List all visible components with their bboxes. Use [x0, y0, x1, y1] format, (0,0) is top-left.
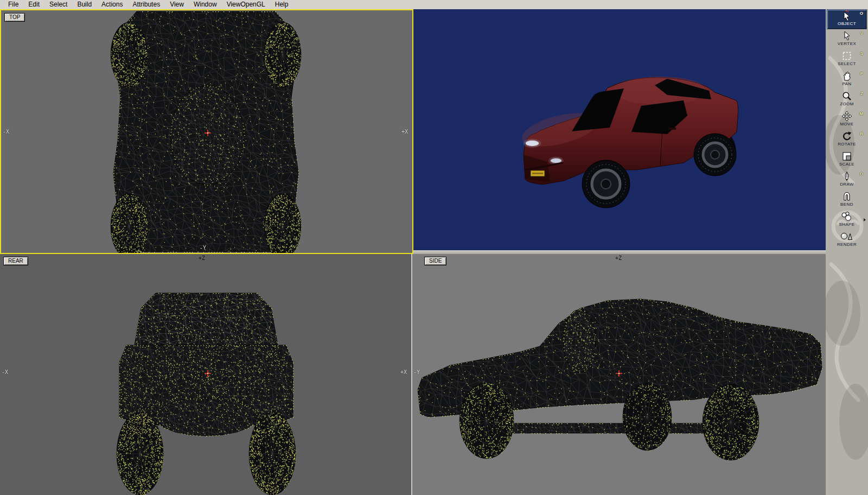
menu-select[interactable]: Select: [44, 0, 72, 9]
tool-vertex-label: VERTEX: [838, 41, 856, 46]
car-3d-preview: [413, 9, 826, 250]
tool-pan-label: PAN: [842, 81, 851, 86]
move-arrows-icon: [841, 111, 852, 122]
menu-file[interactable]: File: [3, 0, 23, 9]
menu-actions[interactable]: Actions: [97, 0, 127, 9]
hand-icon: [841, 71, 852, 81]
viewport-top-label-button[interactable]: TOP: [4, 13, 25, 22]
tool-move-label: MOVE: [840, 122, 853, 126]
magnifier-icon: [841, 91, 852, 101]
spheres-icon: [841, 211, 853, 222]
tool-shape[interactable]: SHAPE: [827, 211, 866, 230]
tool-scale-label: SCALE: [839, 162, 854, 167]
viewport-perspective[interactable]: [413, 9, 826, 250]
viewport-divider-horizontal[interactable]: [413, 250, 826, 254]
car-wheel-front: [582, 160, 630, 208]
car-headlight-right: [551, 158, 561, 163]
tool-shape-label: SHAPE: [839, 222, 854, 227]
modeler-app-window: File Edit Select Build Actions Attribute…: [0, 0, 868, 495]
viewport-side[interactable]: SIDE +Z -Y: [412, 254, 826, 495]
object-cursor-icon: [841, 10, 852, 21]
car-door-handle: [668, 128, 676, 130]
tool-rotate-label: ROTATE: [838, 142, 856, 147]
tool-draw-shortcut: D: [860, 172, 863, 176]
menu-help[interactable]: Help: [270, 0, 293, 9]
viewport-top[interactable]: TOP -X +X -Y: [0, 9, 413, 254]
tool-vertex[interactable]: V VERTEX: [827, 30, 866, 49]
marquee-icon: [841, 50, 852, 61]
menu-bar: File Edit Select Build Actions Attribute…: [0, 0, 868, 9]
tool-render-label: RENDER: [837, 242, 857, 247]
car-headlight-left: [526, 141, 539, 146]
viewport-side-label-button[interactable]: SIDE: [424, 257, 446, 265]
rear-view-wireframe[interactable]: [0, 254, 411, 495]
viewport-rear[interactable]: REAR +Z -X +X: [0, 254, 411, 495]
tool-pan[interactable]: P PAN: [827, 70, 866, 89]
viewport-rear-label-button[interactable]: REAR: [3, 257, 28, 265]
magnet-icon: [841, 191, 852, 202]
tool-object[interactable]: O OBJECT: [827, 10, 866, 29]
flyout-arrow-icon: [864, 218, 866, 221]
tool-select[interactable]: S SELECT: [827, 50, 866, 69]
render-icon: [840, 231, 853, 242]
tool-vertex-shortcut: V: [860, 31, 863, 36]
pen-icon: [841, 171, 852, 182]
tool-move-shortcut: M: [859, 111, 863, 116]
car-wheel-rear: [694, 134, 736, 176]
tool-select-shortcut: S: [860, 51, 863, 56]
tool-render[interactable]: RENDER: [827, 231, 866, 250]
rotate-arrow-icon: [841, 131, 852, 142]
tool-pan-shortcut: P: [860, 71, 863, 76]
tool-move[interactable]: M MOVE: [827, 110, 866, 129]
menu-window[interactable]: Window: [189, 0, 222, 9]
tool-zoom[interactable]: Z ZOOM: [827, 90, 866, 109]
tool-palette: O OBJECT V VERTEX S SELECT P: [826, 9, 868, 495]
vertex-cursor-icon: [841, 30, 852, 41]
menu-viewopengl[interactable]: ViewOpenGL: [222, 0, 270, 9]
tool-scale[interactable]: SCALE: [827, 150, 866, 169]
tool-select-label: SELECT: [838, 61, 856, 66]
tool-draw-label: DRAW: [840, 182, 854, 187]
tool-zoom-shortcut: Z: [860, 91, 863, 96]
tool-object-label: OBJECT: [838, 21, 856, 26]
tool-rotate[interactable]: R ROTATE: [827, 130, 866, 149]
tool-bend-label: BEND: [840, 202, 853, 207]
menu-view[interactable]: View: [165, 0, 189, 9]
menu-edit[interactable]: Edit: [23, 0, 44, 9]
side-view-wireframe[interactable]: [412, 254, 826, 495]
menu-attributes[interactable]: Attributes: [127, 0, 165, 9]
menu-build[interactable]: Build: [72, 0, 97, 9]
tool-draw[interactable]: D DRAW: [827, 170, 866, 189]
scale-box-icon: [841, 151, 852, 162]
tool-bend[interactable]: BEND: [827, 191, 866, 210]
tool-object-shortcut: O: [860, 11, 863, 16]
tool-rotate-shortcut: R: [860, 131, 863, 136]
tool-zoom-label: ZOOM: [840, 101, 854, 106]
top-view-wireframe[interactable]: [1, 10, 412, 253]
